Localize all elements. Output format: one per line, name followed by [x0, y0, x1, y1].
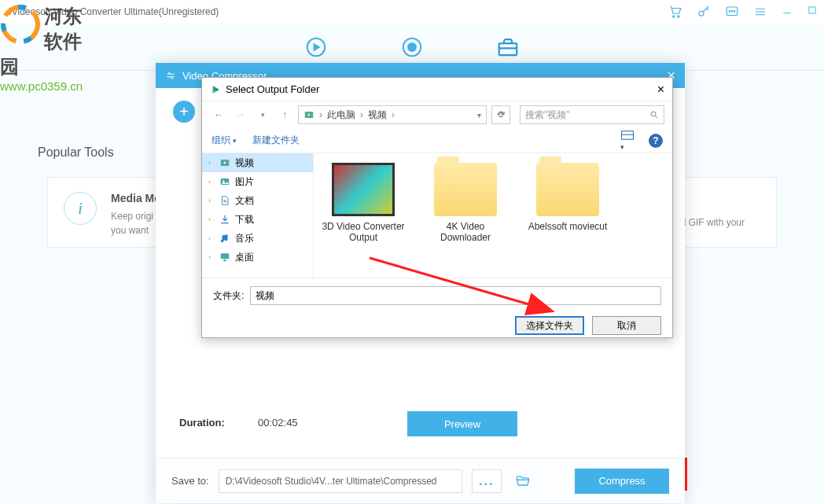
svg-point-12: [3, 7, 38, 42]
breadcrumb-dropdown-icon[interactable]: ▾: [477, 111, 481, 120]
svg-point-2: [699, 11, 704, 16]
duration-label: Duration:: [179, 417, 239, 429]
chevron-right-icon: ›: [208, 159, 215, 167]
nav-forward-icon[interactable]: →: [232, 106, 249, 123]
help-icon[interactable]: ?: [649, 134, 663, 148]
tree-item-label: 视频: [235, 156, 254, 170]
minimize-icon[interactable]: [782, 5, 793, 19]
folder-item-label: 3D Video Converter Output: [320, 221, 406, 243]
select-folder-button[interactable]: 选择文件夹: [515, 316, 584, 335]
folder-field-label: 文件夹:: [213, 289, 244, 303]
tree-item-label: 图片: [235, 175, 254, 189]
search-placeholder: 搜索"视频": [525, 109, 570, 122]
folder-icon: [434, 163, 497, 216]
tree-item-music[interactable]: › 音乐: [202, 229, 313, 248]
svg-rect-11: [499, 43, 517, 55]
nav-recent-icon[interactable]: ▾: [254, 106, 271, 123]
folder-item[interactable]: 3D Video Converter Output: [320, 163, 406, 243]
folder-name-input[interactable]: [250, 286, 661, 305]
browse-button[interactable]: ...: [472, 469, 502, 493]
breadcrumb-sep: ›: [392, 109, 395, 120]
preview-button[interactable]: Preview: [407, 411, 517, 436]
breadcrumb-current[interactable]: 视频: [368, 109, 387, 122]
breadcrumb-sep: ›: [319, 109, 322, 120]
folder-icon: [536, 163, 599, 216]
view-mode-icon[interactable]: ▾: [620, 130, 635, 152]
folder-item[interactable]: 4K Video Downloader: [422, 163, 509, 243]
svg-rect-7: [809, 7, 815, 13]
key-icon[interactable]: [697, 5, 711, 19]
save-to-label: Save to:: [171, 475, 209, 487]
folder-item-label: Abelssoft moviecut: [524, 221, 611, 232]
save-path-input[interactable]: [219, 469, 462, 493]
cancel-button[interactable]: 取消: [592, 316, 661, 335]
video-lib-icon: [303, 109, 315, 120]
cart-icon[interactable]: [668, 5, 682, 19]
svg-point-15: [651, 112, 656, 116]
toolbar-organize[interactable]: 组织 ▾: [212, 134, 237, 147]
breadcrumb-sep: ›: [360, 109, 363, 120]
svg-rect-20: [221, 253, 230, 259]
tab-record[interactable]: [399, 35, 425, 60]
watermark-logo: 河东软件园 www.pc0359.cn: [0, 4, 94, 93]
folder-item[interactable]: Abelssoft moviecut: [524, 163, 611, 232]
watermark-text-bottom: www.pc0359.cn: [0, 79, 94, 93]
folder-tree: › 视频 › 图片 › 文档 › 下载 › 音乐: [202, 153, 314, 278]
feedback-icon[interactable]: [725, 5, 739, 19]
nav-up-icon[interactable]: ↑: [276, 106, 293, 123]
svg-rect-16: [622, 131, 634, 139]
tab-convert[interactable]: [303, 35, 329, 60]
svg-point-0: [673, 16, 675, 17]
tree-item-label: 下载: [235, 213, 254, 226]
search-icon: [649, 110, 659, 120]
menu-icon[interactable]: [753, 5, 767, 19]
breadcrumb[interactable]: › 此电脑 › 视频 › ▾: [298, 105, 487, 124]
svg-point-10: [408, 43, 416, 51]
info-icon: i: [64, 192, 97, 225]
add-file-button[interactable]: +: [171, 99, 197, 124]
file-dialog: Select Output Folder × ← → ▾ ↑ › 此电脑 › 视…: [201, 77, 673, 338]
dialog-title: Select Output Folder: [226, 83, 319, 95]
svg-point-4: [729, 11, 730, 13]
maximize-icon[interactable]: [807, 5, 818, 19]
compress-button[interactable]: Compress: [575, 469, 669, 494]
toolbar-new-folder[interactable]: 新建文件夹: [252, 134, 300, 147]
compressor-header-icon: [165, 70, 176, 81]
breadcrumb-root[interactable]: 此电脑: [327, 109, 355, 122]
tree-item-documents[interactable]: › 文档: [202, 191, 313, 210]
dialog-close-icon[interactable]: ×: [657, 83, 664, 97]
dialog-search-input[interactable]: 搜索"视频": [520, 105, 664, 124]
refresh-icon[interactable]: [491, 105, 510, 124]
duration-value: 00:02:45: [258, 417, 298, 429]
popular-tools-heading: Popular Tools: [38, 145, 114, 160]
svg-point-1: [678, 16, 679, 17]
dialog-app-icon: [210, 84, 221, 95]
tree-item-pictures[interactable]: › 图片: [202, 172, 313, 191]
tree-item-downloads[interactable]: › 下载: [202, 210, 313, 229]
tree-item-desktop[interactable]: › 桌面: [202, 248, 313, 267]
nav-back-icon[interactable]: ←: [210, 106, 227, 123]
tree-item-label: 文档: [235, 194, 254, 208]
folder-item-label: 4K Video Downloader: [422, 221, 509, 243]
tab-toolbox[interactable]: [495, 35, 521, 60]
svg-point-6: [734, 11, 735, 13]
tree-item-video[interactable]: › 视频: [202, 153, 313, 172]
tree-item-label: 桌面: [235, 251, 254, 264]
open-folder-icon[interactable]: [511, 469, 535, 493]
video-thumbnail-icon: [332, 163, 395, 216]
tree-item-label: 音乐: [235, 232, 254, 245]
svg-point-5: [731, 11, 733, 13]
